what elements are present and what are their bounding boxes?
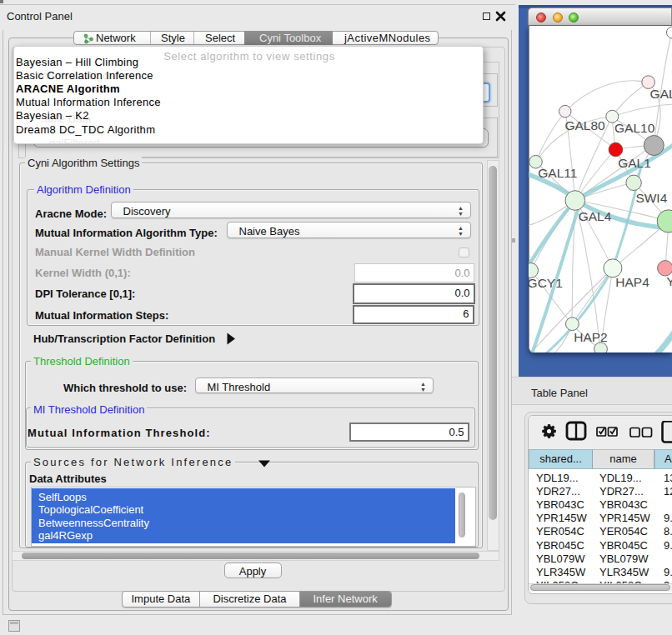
svg-text:GCY1: GCY1 <box>529 276 563 290</box>
svg-text:SWI4: SWI4 <box>635 191 667 205</box>
svg-text:GAL11: GAL11 <box>538 166 577 180</box>
svg-text:HAP2: HAP2 <box>574 330 608 344</box>
svg-text:GAL4: GAL4 <box>579 209 612 223</box>
svg-text:HAP4: HAP4 <box>615 275 649 289</box>
svg-text:GAL10: GAL10 <box>614 121 655 135</box>
svg-text:GAL80: GAL80 <box>564 118 605 132</box>
svg-text:GAL1: GAL1 <box>618 156 651 170</box>
svg-text:GAL7: GAL7 <box>650 87 672 101</box>
svg-text:Y: Y <box>666 274 672 288</box>
